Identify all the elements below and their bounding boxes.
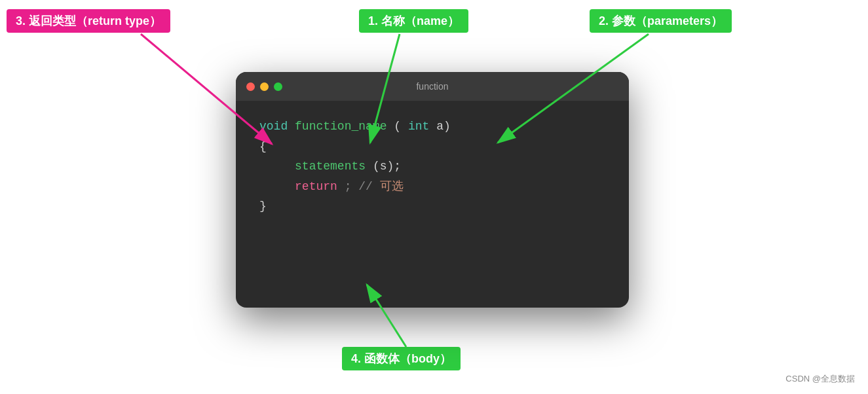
body-label: 4. 函数体（body）: [342, 347, 461, 370]
param-a: a): [436, 120, 451, 133]
name-label: 1. 名称（name）: [359, 9, 468, 33]
code-line-5: }: [259, 196, 605, 217]
code-line-1: void function_name ( int a): [259, 116, 605, 137]
keyword-void: void: [259, 120, 288, 133]
traffic-lights: [246, 82, 282, 91]
statements-s: (s);: [373, 160, 401, 173]
function-name: function_name: [295, 120, 387, 133]
minimize-dot: [260, 82, 269, 91]
code-line-4: return ; // 可选: [259, 177, 605, 197]
code-body: void function_name ( int a) { statements…: [236, 101, 629, 232]
brace-open: {: [259, 140, 267, 153]
attribution: CSDN @全息数据: [785, 373, 855, 385]
paren-open: (: [394, 120, 401, 133]
indent-3: [259, 160, 288, 173]
return-type-label: 3. 返回类型（return type）: [7, 9, 170, 33]
parameters-label: 2. 参数（parameters）: [590, 9, 732, 33]
indent-4: [259, 180, 288, 193]
keyword-int: int: [408, 120, 429, 133]
keyword-return: return: [295, 180, 337, 193]
return-comment: ; //: [345, 180, 380, 193]
window-title: function: [416, 81, 448, 92]
code-line-2: {: [259, 137, 605, 157]
close-dot: [246, 82, 255, 91]
titlebar: function: [236, 72, 629, 101]
code-window: function void function_name ( int a) { s…: [236, 72, 629, 308]
return-optional: 可选: [380, 180, 404, 193]
maximize-dot: [274, 82, 282, 91]
statements: statements: [295, 160, 366, 173]
brace-close: }: [259, 200, 267, 213]
code-line-3: statements (s);: [259, 156, 605, 177]
